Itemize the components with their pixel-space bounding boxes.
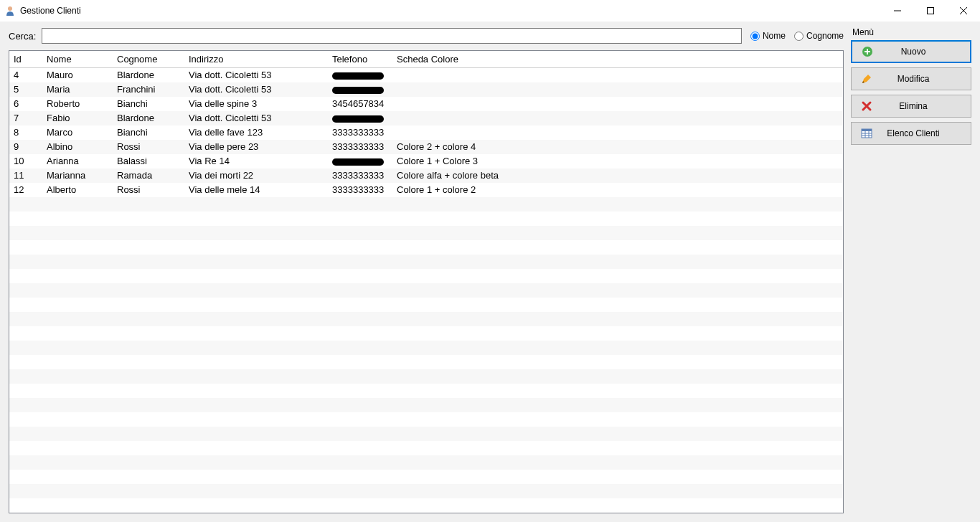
cell-id: 11 bbox=[9, 169, 42, 183]
table-icon bbox=[860, 127, 873, 140]
cell-id: 12 bbox=[9, 183, 42, 197]
svg-line-4 bbox=[960, 7, 967, 14]
minimize-button[interactable] bbox=[881, 0, 914, 21]
cell-cognome: Rossi bbox=[113, 183, 184, 197]
radio-nome[interactable]: Nome bbox=[750, 31, 786, 41]
nuovo-button[interactable]: Nuovo bbox=[851, 40, 971, 63]
col-header-indirizzo[interactable]: Indirizzo bbox=[184, 51, 328, 68]
cell-id: 6 bbox=[9, 97, 42, 111]
table-row-empty bbox=[9, 326, 843, 341]
cell-indirizzo: Via dott. Cicoletti 53 bbox=[184, 111, 328, 125]
table-row-empty bbox=[9, 255, 843, 269]
x-icon bbox=[860, 100, 873, 113]
redacted-phone bbox=[332, 158, 384, 166]
modifica-label: Modifica bbox=[873, 74, 966, 84]
cell-id: 8 bbox=[9, 125, 42, 140]
cell-telefono: 3333333333 bbox=[328, 183, 392, 197]
cell-scheda: Colore 1 + Colore 3 bbox=[392, 154, 843, 169]
table-row-empty bbox=[9, 484, 843, 498]
col-header-id[interactable]: Id bbox=[9, 51, 42, 68]
table-row[interactable]: 12AlbertoRossiVia delle mele 14333333333… bbox=[9, 183, 843, 197]
cell-cognome: Balassi bbox=[113, 154, 184, 169]
table-row-empty bbox=[9, 498, 843, 513]
col-header-cognome[interactable]: Cognome bbox=[113, 51, 184, 68]
cell-cognome: Ramada bbox=[113, 169, 184, 183]
cell-scheda bbox=[392, 97, 843, 111]
table-row[interactable]: 4MauroBlardoneVia dott. Cicoletti 53 bbox=[9, 68, 843, 82]
elenco-clienti-button[interactable]: Elenco Clienti bbox=[851, 122, 971, 145]
cell-telefono bbox=[328, 154, 392, 169]
svg-rect-13 bbox=[862, 129, 872, 131]
cell-scheda bbox=[392, 125, 843, 140]
table-row-empty bbox=[9, 369, 843, 384]
table-row-empty bbox=[9, 197, 843, 212]
redacted-phone bbox=[332, 115, 384, 123]
elimina-button[interactable]: Elimina bbox=[851, 95, 971, 118]
table-row-empty bbox=[9, 283, 843, 298]
cell-cognome: Blardone bbox=[113, 68, 184, 82]
table-row-empty bbox=[9, 312, 843, 326]
table-row-empty bbox=[9, 384, 843, 398]
cell-telefono: 3333333333 bbox=[328, 125, 392, 140]
table-row[interactable]: 9AlbinoRossiVia delle pere 233333333333C… bbox=[9, 140, 843, 154]
radio-cognome-label: Cognome bbox=[806, 31, 844, 41]
col-header-scheda[interactable]: Scheda Colore bbox=[392, 51, 843, 68]
cell-nome: Arianna bbox=[42, 154, 113, 169]
cell-indirizzo: Via dott. Cicoletti 53 bbox=[184, 68, 328, 82]
search-label: Cerca: bbox=[9, 31, 36, 42]
cell-nome: Marco bbox=[42, 125, 113, 140]
cell-nome: Mauro bbox=[42, 68, 113, 82]
cell-id: 10 bbox=[9, 154, 42, 169]
table-row[interactable]: 7FabioBlardoneVia dott. Cicoletti 53 bbox=[9, 111, 843, 125]
cell-indirizzo: Via Re 14 bbox=[184, 154, 328, 169]
cell-id: 4 bbox=[9, 68, 42, 82]
search-input[interactable] bbox=[42, 28, 742, 44]
table-row[interactable]: 10AriannaBalassiVia Re 14Colore 1 + Colo… bbox=[9, 154, 843, 169]
window-controls bbox=[881, 0, 980, 21]
table-row[interactable]: 6RobertoBianchiVia delle spine 334546578… bbox=[9, 97, 843, 111]
cell-scheda bbox=[392, 111, 843, 125]
elimina-label: Elimina bbox=[873, 101, 966, 111]
cell-telefono bbox=[328, 68, 392, 82]
cell-indirizzo: Via delle fave 123 bbox=[184, 125, 328, 140]
table-row[interactable]: 8MarcoBianchiVia delle fave 123333333333… bbox=[9, 125, 843, 140]
cell-scheda: Colore alfa + colore beta bbox=[392, 169, 843, 183]
modifica-button[interactable]: Modifica bbox=[851, 67, 971, 90]
radio-cognome-input[interactable] bbox=[794, 32, 804, 41]
cell-scheda bbox=[392, 68, 843, 82]
cell-telefono bbox=[328, 111, 392, 125]
cell-telefono: 3333333333 bbox=[328, 140, 392, 154]
cell-cognome: Blardone bbox=[113, 111, 184, 125]
cell-telefono bbox=[328, 82, 392, 97]
client-grid[interactable]: Id Nome Cognome Indirizzo Telefono Sched… bbox=[9, 50, 844, 513]
table-row[interactable]: 11MariannaRamadaVia dei morti 2233333333… bbox=[9, 169, 843, 183]
cell-indirizzo: Via dei morti 22 bbox=[184, 169, 328, 183]
table-row-empty bbox=[9, 240, 843, 255]
col-header-telefono[interactable]: Telefono bbox=[328, 51, 392, 68]
radio-cognome[interactable]: Cognome bbox=[794, 31, 844, 41]
col-header-nome[interactable]: Nome bbox=[42, 51, 113, 68]
radio-nome-input[interactable] bbox=[750, 32, 760, 41]
redacted-phone bbox=[332, 87, 384, 94]
cell-scheda: Colore 2 + colore 4 bbox=[392, 140, 843, 154]
cell-indirizzo: Via dott. Cicoletti 53 bbox=[184, 82, 328, 97]
cell-cognome: Bianchi bbox=[113, 97, 184, 111]
table-row-empty bbox=[9, 398, 843, 412]
svg-line-3 bbox=[960, 7, 967, 14]
close-button[interactable] bbox=[947, 0, 980, 21]
app-icon bbox=[4, 5, 16, 16]
search-row: Cerca: Nome Cognome bbox=[9, 27, 844, 44]
table-row[interactable]: 5MariaFranchiniVia dott. Cicoletti 53 bbox=[9, 82, 843, 97]
cell-scheda: Colore 1 + colore 2 bbox=[392, 183, 843, 197]
maximize-button[interactable] bbox=[914, 0, 947, 21]
cell-nome: Roberto bbox=[42, 97, 113, 111]
table-row-empty bbox=[9, 226, 843, 240]
side-menu: Menù Nuovo Modif bbox=[851, 27, 971, 513]
table-row-empty bbox=[9, 269, 843, 283]
elenco-label: Elenco Clienti bbox=[873, 128, 966, 138]
cell-cognome: Rossi bbox=[113, 140, 184, 154]
grid-header-row: Id Nome Cognome Indirizzo Telefono Sched… bbox=[9, 51, 843, 68]
cell-telefono: 3454657834 bbox=[328, 97, 392, 111]
cell-id: 5 bbox=[9, 82, 42, 97]
pencil-icon bbox=[860, 72, 873, 85]
